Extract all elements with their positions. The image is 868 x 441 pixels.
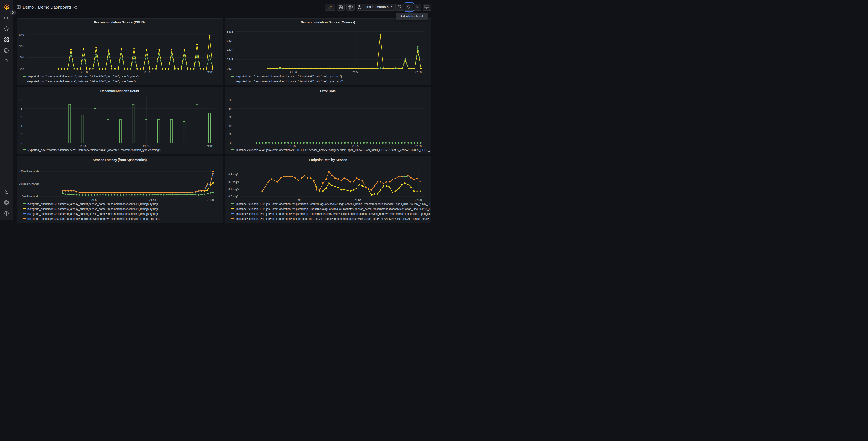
- svg-text:22:00: 22:00: [415, 198, 422, 202]
- svg-text:21:50: 21:50: [290, 70, 297, 74]
- svg-text:4 MB: 4 MB: [227, 49, 233, 52]
- svg-text:40: 40: [228, 124, 232, 127]
- svg-text:4: 4: [21, 124, 22, 127]
- svg-text:80: 80: [228, 107, 232, 110]
- svg-text:100: 100: [227, 98, 231, 101]
- svg-text:0.1 req/s: 0.1 req/s: [228, 188, 239, 191]
- svg-text:21:55: 21:55: [354, 198, 361, 202]
- svg-text:21:50: 21:50: [294, 198, 301, 202]
- svg-text:0.3 req/s: 0.3 req/s: [228, 173, 239, 176]
- svg-text:0 MB: 0 MB: [227, 67, 233, 70]
- svg-text:2: 2: [21, 133, 22, 136]
- svg-text:22:00: 22:00: [415, 145, 422, 148]
- svg-text:0 milliseconds: 0 milliseconds: [22, 195, 39, 198]
- svg-text:0: 0: [230, 141, 232, 144]
- svg-text:22:00: 22:00: [207, 70, 213, 74]
- svg-text:21:50: 21:50: [91, 198, 98, 202]
- svg-text:20%: 20%: [18, 45, 24, 48]
- svg-text:20: 20: [228, 133, 232, 136]
- svg-text:0.0 req/s: 0.0 req/s: [228, 195, 239, 198]
- svg-text:10: 10: [19, 98, 22, 101]
- svg-text:0: 0: [21, 141, 22, 144]
- svg-text:400 milliseconds: 400 milliseconds: [19, 170, 39, 173]
- svg-text:6: 6: [21, 116, 22, 119]
- svg-text:22:00: 22:00: [415, 70, 422, 74]
- svg-text:8: 8: [21, 107, 22, 110]
- svg-text:60: 60: [228, 116, 232, 119]
- svg-text:2 MB: 2 MB: [227, 58, 233, 61]
- svg-text:21:55: 21:55: [149, 198, 156, 202]
- svg-text:21:55: 21:55: [144, 70, 151, 74]
- svg-text:21:50: 21:50: [81, 70, 88, 74]
- svg-text:21:50: 21:50: [80, 145, 87, 148]
- svg-text:22:00: 22:00: [207, 198, 214, 202]
- svg-text:0.2 req/s: 0.2 req/s: [228, 180, 239, 184]
- svg-text:21:50: 21:50: [289, 145, 296, 148]
- svg-text:30%: 30%: [18, 33, 24, 36]
- svg-text:0%: 0%: [20, 67, 24, 70]
- svg-text:6 MB: 6 MB: [227, 39, 233, 42]
- svg-text:21:55: 21:55: [352, 70, 359, 74]
- svg-text:21:55: 21:55: [143, 145, 150, 148]
- svg-text:10%: 10%: [18, 56, 24, 59]
- svg-text:8 MB: 8 MB: [227, 30, 233, 33]
- svg-text:21:55: 21:55: [352, 145, 359, 148]
- svg-text:200 milliseconds: 200 milliseconds: [19, 182, 39, 186]
- svg-text:22:00: 22:00: [207, 145, 213, 148]
